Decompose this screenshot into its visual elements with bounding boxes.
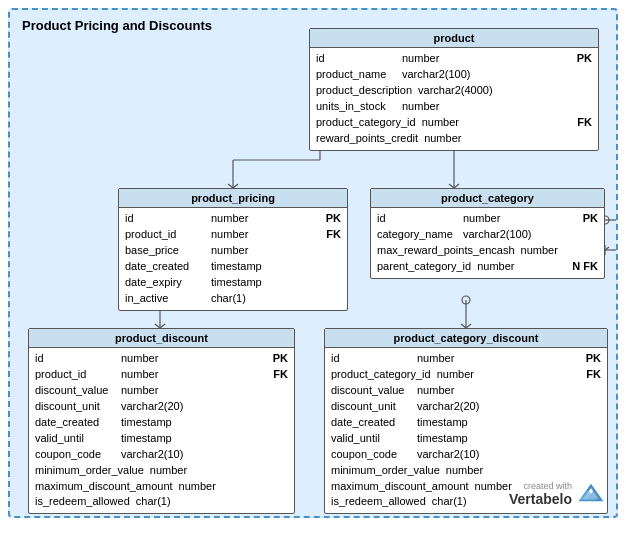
diagram-title: Product Pricing and Discounts [22, 18, 212, 33]
table-row: product_id number FK [35, 367, 288, 383]
table-row: discount_unit varchar2(20) [331, 399, 601, 415]
table-row: minimum_order_value number [331, 463, 601, 479]
product-pricing-table-header: product_pricing [119, 189, 347, 208]
table-row: id number PK [377, 211, 598, 227]
table-row: coupon_code varchar2(10) [35, 447, 288, 463]
table-row: base_price number [125, 243, 341, 259]
vertabelo-logo [576, 478, 606, 510]
product-discount-table-header: product_discount [29, 329, 294, 348]
table-row: id number PK [125, 211, 341, 227]
product-table: product id number PK product_name varcha… [309, 28, 599, 151]
table-row: product_category_id number FK [316, 115, 592, 131]
table-row: coupon_code varchar2(10) [331, 447, 601, 463]
table-row: id number PK [316, 51, 592, 67]
table-row: date_created timestamp [331, 415, 601, 431]
product-category-discount-table-header: product_category_discount [325, 329, 607, 348]
table-row: valid_until timestamp [35, 431, 288, 447]
table-row: is_redeem_allowed char(1) [35, 494, 288, 510]
svg-line-15 [605, 247, 609, 250]
product-table-header: product [310, 29, 598, 48]
product-category-table-body: id number PK category_name varchar2(100)… [371, 208, 604, 278]
table-row: product_name varchar2(100) [316, 67, 592, 83]
created-with-label: created with [509, 481, 572, 491]
table-row: parent_category_id number N FK [377, 259, 598, 275]
table-row: category_name varchar2(100) [377, 227, 598, 243]
table-row: product_id number FK [125, 227, 341, 243]
table-row: reward_points_credit number [316, 131, 592, 147]
table-row: valid_until timestamp [331, 431, 601, 447]
table-row: discount_value number [35, 383, 288, 399]
table-row: id number PK [35, 351, 288, 367]
table-row: discount_unit varchar2(20) [35, 399, 288, 415]
table-row: in_active char(1) [125, 291, 341, 307]
svg-point-22 [462, 296, 470, 304]
brand-label: Vertabelo [509, 491, 572, 507]
product-table-body: id number PK product_name varchar2(100) … [310, 48, 598, 150]
table-row: product_category_id number FK [331, 367, 601, 383]
table-row: discount_value number [331, 383, 601, 399]
watermark: created with Vertabelo [509, 478, 606, 510]
diagram-border: Product Pricing and Discounts [8, 8, 618, 518]
table-row: product_description varchar2(4000) [316, 83, 592, 99]
table-row: maximum_discount_amount number [35, 479, 288, 495]
product-category-table: product_category id number PK category_n… [370, 188, 605, 279]
table-row: units_in_stock number [316, 99, 592, 115]
product-discount-table: product_discount id number PK product_id… [28, 328, 295, 514]
table-row: date_expiry timestamp [125, 275, 341, 291]
table-row: date_created timestamp [35, 415, 288, 431]
product-category-table-header: product_category [371, 189, 604, 208]
watermark-text: created with Vertabelo [509, 481, 572, 507]
diagram-container: Product Pricing and Discounts [0, 0, 626, 542]
product-discount-table-body: id number PK product_id number FK discou… [29, 348, 294, 513]
product-pricing-table: product_pricing id number PK product_id … [118, 188, 348, 311]
table-row: date_created timestamp [125, 259, 341, 275]
table-row: max_reward_points_encash number [377, 243, 598, 259]
table-row: id number PK [331, 351, 601, 367]
table-row: minimum_order_value number [35, 463, 288, 479]
product-pricing-table-body: id number PK product_id number FK base_p… [119, 208, 347, 310]
